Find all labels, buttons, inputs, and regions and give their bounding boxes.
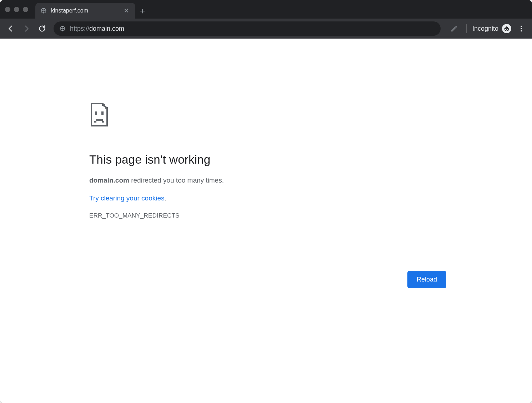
tab-strip: kinstaperf.com ✕ ＋ — [35, 0, 150, 19]
clear-cookies-link[interactable]: Try clearing your cookies — [89, 194, 164, 202]
error-message: domain.com redirected you too many times… — [89, 176, 446, 184]
svg-rect-2 — [504, 28, 509, 29]
svg-point-3 — [505, 29, 507, 31]
toolbar: https://domain.com Incognito — [0, 19, 532, 39]
svg-rect-12 — [96, 119, 103, 121]
window-close-dot[interactable] — [5, 7, 10, 12]
url-text: https://domain.com — [70, 25, 124, 33]
window-controls — [5, 0, 35, 19]
window-zoom-dot[interactable] — [23, 7, 28, 12]
forward-button[interactable] — [20, 22, 33, 35]
incognito-label: Incognito — [472, 25, 498, 33]
menu-button[interactable] — [515, 22, 528, 35]
error-heading: This page isn't working — [89, 153, 446, 166]
error-code: ERR_TOO_MANY_REDIRECTS — [89, 212, 446, 219]
page-content: This page isn't working domain.com redir… — [0, 39, 532, 403]
svg-point-7 — [521, 30, 522, 32]
globe-icon — [40, 8, 47, 14]
svg-rect-11 — [101, 111, 104, 115]
toolbar-right: Incognito — [446, 22, 528, 35]
tab-title: kinstaperf.com — [51, 8, 118, 14]
period: . — [164, 194, 166, 202]
edit-icon[interactable] — [448, 22, 461, 35]
browser-window: kinstaperf.com ✕ ＋ https://domain.com — [0, 0, 532, 403]
error-domain: domain.com — [89, 176, 129, 184]
reload-button[interactable]: Reload — [407, 271, 446, 288]
error-redirect-text: redirected you too many times. — [129, 176, 224, 184]
address-bar[interactable]: https://domain.com — [54, 21, 441, 36]
reload-icon-button[interactable] — [36, 22, 49, 35]
site-info-icon[interactable] — [59, 25, 66, 32]
close-icon[interactable]: ✕ — [122, 7, 130, 15]
svg-point-5 — [521, 26, 522, 27]
separator — [466, 24, 467, 33]
tab-active[interactable]: kinstaperf.com ✕ — [35, 3, 135, 19]
svg-rect-14 — [102, 121, 104, 123]
svg-point-4 — [507, 29, 509, 31]
error-container: This page isn't working domain.com redir… — [89, 103, 446, 219]
back-button[interactable] — [4, 22, 17, 35]
svg-rect-13 — [94, 121, 96, 123]
incognito-icon — [502, 24, 511, 33]
error-suggestion: Try clearing your cookies. — [89, 194, 446, 202]
url-scheme: https:// — [70, 25, 89, 33]
url-host: domain.com — [89, 25, 124, 33]
sad-page-icon — [89, 103, 446, 128]
svg-rect-9 — [104, 106, 106, 107]
titlebar: kinstaperf.com ✕ ＋ — [0, 0, 532, 19]
new-tab-button[interactable]: ＋ — [135, 3, 150, 19]
svg-point-6 — [521, 28, 522, 29]
svg-rect-10 — [95, 111, 97, 115]
window-minimize-dot[interactable] — [14, 7, 19, 12]
incognito-indicator[interactable]: Incognito — [472, 24, 511, 33]
